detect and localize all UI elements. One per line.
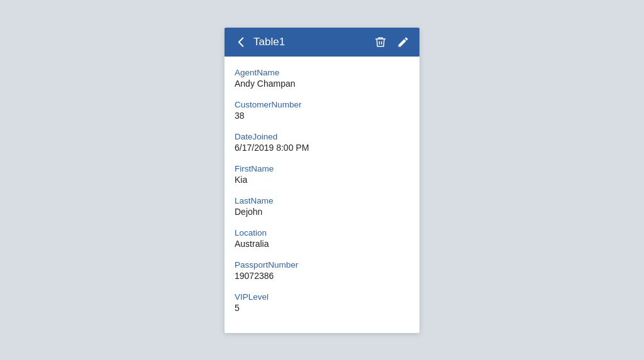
field-group: DateJoined6/17/2019 8:00 PM xyxy=(235,126,409,158)
field-value: Australia xyxy=(235,239,409,249)
delete-button[interactable] xyxy=(373,35,388,50)
panel-header: Table1 xyxy=(225,28,419,57)
field-group: PassportNumber19072386 xyxy=(235,254,409,286)
field-value: 6/17/2019 8:00 PM xyxy=(235,143,409,153)
panel-title: Table1 xyxy=(253,36,285,48)
field-label: FirstName xyxy=(235,164,409,173)
field-group: FirstNameKia xyxy=(235,158,409,190)
field-value: Dejohn xyxy=(235,207,409,217)
field-label: Location xyxy=(235,228,409,237)
field-label: VIPLevel xyxy=(235,292,409,302)
field-group: CustomerNumber38 xyxy=(235,94,409,126)
edit-button[interactable] xyxy=(396,35,411,50)
field-label: DateJoined xyxy=(235,132,409,141)
field-value: 19072386 xyxy=(235,271,409,281)
field-group: LocationAustralia xyxy=(235,222,409,254)
header-actions xyxy=(373,35,411,50)
field-label: LastName xyxy=(235,196,409,205)
back-button[interactable] xyxy=(233,35,248,50)
panel-body: AgentNameAndy ChampanCustomerNumber38Dat… xyxy=(225,57,419,333)
field-label: CustomerNumber xyxy=(235,100,409,109)
field-value: Andy Champan xyxy=(235,79,409,89)
field-label: AgentName xyxy=(235,68,409,77)
header-left: Table1 xyxy=(233,35,285,50)
field-value: 5 xyxy=(235,303,409,313)
field-group: LastNameDejohn xyxy=(235,190,409,222)
field-label: PassportNumber xyxy=(235,260,409,270)
field-group: AgentNameAndy Champan xyxy=(235,62,409,94)
field-value: 38 xyxy=(235,111,409,121)
field-value: Kia xyxy=(235,175,409,185)
record-panel: Table1 AgentNameAndy ChampanCustomerNumb… xyxy=(225,28,419,333)
field-group: VIPLevel5 xyxy=(235,286,409,318)
